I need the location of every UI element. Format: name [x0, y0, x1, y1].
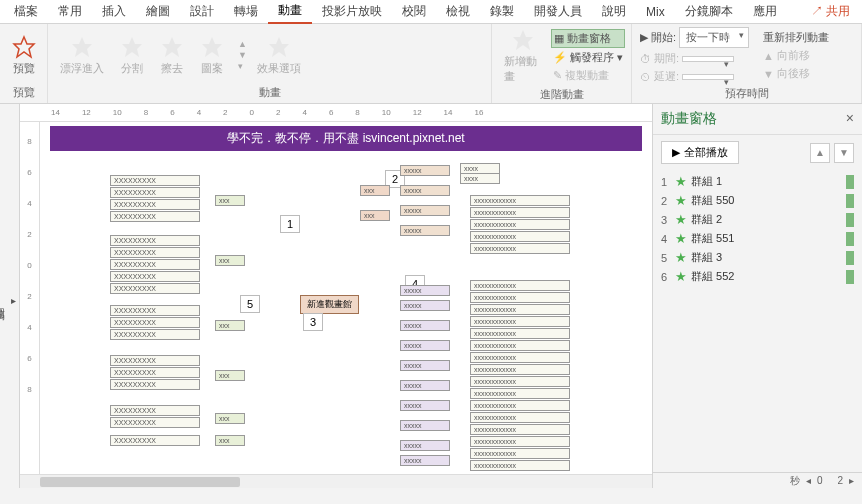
- group-preview-label: 預覽: [6, 84, 41, 101]
- delay-input[interactable]: [682, 74, 734, 80]
- anim-bar: [846, 270, 854, 284]
- tab-mix[interactable]: Mix: [636, 2, 675, 22]
- star-icon: [120, 35, 144, 59]
- tab-draw[interactable]: 繪圖: [136, 0, 180, 23]
- svg-marker-6: [513, 30, 533, 50]
- anim-bar: [846, 232, 854, 246]
- delay-row: ⏲ 延遲:: [638, 68, 751, 85]
- ruler-horizontal: 14121086420246810121416: [20, 104, 652, 122]
- animation-list: 1★群組 1 2★群組 550 3★群組 2 4★群組 551 5★群組 3 6…: [653, 170, 862, 472]
- star-icon: [70, 35, 94, 59]
- anim-wipe[interactable]: 擦去: [154, 33, 190, 78]
- group-advanced-label: 進階動畫: [498, 86, 625, 103]
- anim-item[interactable]: 6★群組 552: [657, 267, 858, 286]
- preview-button[interactable]: 預覽: [6, 33, 42, 78]
- svg-marker-3: [162, 37, 182, 57]
- animation-pane: 動畫窗格 × ▶ 全部播放 ▲ ▼ 1★群組 1 2★群組 550 3★群組 2…: [652, 104, 862, 488]
- tab-developer[interactable]: 開發人員: [524, 0, 592, 23]
- callout-3[interactable]: 3: [303, 313, 323, 331]
- share-button[interactable]: ↗ 共用: [803, 0, 858, 23]
- duration-input[interactable]: [682, 56, 734, 62]
- anim-item[interactable]: 2★群組 550: [657, 191, 858, 210]
- play-all-button[interactable]: ▶ 全部播放: [661, 141, 739, 164]
- star-icon: [160, 35, 184, 59]
- tab-review[interactable]: 校閱: [392, 0, 436, 23]
- tab-view[interactable]: 檢視: [436, 0, 480, 23]
- tab-slideshow[interactable]: 投影片放映: [312, 0, 392, 23]
- tab-help[interactable]: 說明: [592, 0, 636, 23]
- anim-bar: [846, 175, 854, 189]
- start-row: ▶ 開始: 按一下時: [638, 26, 751, 49]
- anim-split[interactable]: 分割: [114, 33, 150, 78]
- star-icon: ★: [675, 193, 687, 208]
- svg-marker-1: [72, 37, 92, 57]
- anim-bar: [846, 251, 854, 265]
- horizontal-scrollbar[interactable]: [20, 474, 652, 488]
- star-plus-icon: [511, 28, 535, 52]
- move-down-button[interactable]: ▼: [834, 143, 854, 163]
- group-timing-label: 預存時間: [638, 85, 855, 102]
- ribbon: 預覽 預覽 漂浮進入 分割 擦去 圖案 ▲▼▾ 效果選項 動畫 新增動畫 ▦ 動…: [0, 24, 862, 104]
- duration-row: ⏱ 期間:: [638, 50, 751, 67]
- star-icon: ★: [675, 269, 687, 284]
- anim-statusbar: 秒 ◂ 0 2 ▸: [653, 472, 862, 488]
- anim-item[interactable]: 5★群組 3: [657, 248, 858, 267]
- copy-anim-button[interactable]: ✎ 複製動畫: [551, 67, 625, 84]
- tab-home[interactable]: 常用: [48, 0, 92, 23]
- slide-canvas[interactable]: 學不完．教不停．用不盡 isvincent.pixnet.net 新進觀畫館 1…: [40, 122, 652, 474]
- svg-marker-2: [122, 37, 142, 57]
- outline-tab[interactable]: ▸圖稿: [0, 104, 20, 488]
- star-icon: [267, 35, 291, 59]
- svg-marker-0: [14, 37, 34, 57]
- tab-animations[interactable]: 動畫: [268, 0, 312, 24]
- anim-item[interactable]: 3★群組 2: [657, 210, 858, 229]
- star-icon: ★: [675, 174, 687, 189]
- canvas-area: 14121086420246810121416 864202468 學不完．教不…: [20, 104, 652, 488]
- star-icon: ★: [675, 250, 687, 265]
- tab-file[interactable]: 檔案: [4, 0, 48, 23]
- group-anim-label: 動畫: [54, 84, 485, 101]
- anim-float-in[interactable]: 漂浮進入: [54, 33, 110, 78]
- svg-marker-4: [202, 37, 222, 57]
- animation-pane-toggle[interactable]: ▦ 動畫窗格: [551, 29, 625, 48]
- start-dropdown[interactable]: 按一下時: [679, 27, 749, 48]
- move-forward[interactable]: ▲ 向前移: [761, 47, 831, 64]
- star-icon: ★: [675, 231, 687, 246]
- reorder-label: 重新排列動畫: [761, 29, 831, 46]
- tab-insert[interactable]: 插入: [92, 0, 136, 23]
- callout-1[interactable]: 1: [280, 215, 300, 233]
- anim-shape[interactable]: 圖案: [194, 33, 230, 78]
- svg-marker-5: [269, 37, 289, 57]
- tab-design[interactable]: 設計: [180, 0, 224, 23]
- anim-bar: [846, 194, 854, 208]
- ruler-vertical: 864202468: [20, 122, 40, 474]
- anim-item[interactable]: 4★群組 551: [657, 229, 858, 248]
- tab-storyboard[interactable]: 分鏡腳本: [675, 0, 743, 23]
- move-up-button[interactable]: ▲: [810, 143, 830, 163]
- add-animation[interactable]: 新增動畫: [498, 26, 547, 86]
- callout-5[interactable]: 5: [240, 295, 260, 313]
- effect-options[interactable]: 效果選項: [251, 33, 307, 78]
- slide-title[interactable]: 學不完．教不停．用不盡 isvincent.pixnet.net: [50, 126, 642, 151]
- move-backward[interactable]: ▼ 向後移: [761, 65, 831, 82]
- tab-record[interactable]: 錄製: [480, 0, 524, 23]
- mindmap-diagram[interactable]: 新進觀畫館 1 2 3 4 5 XXXXXXXXX XXXXXXXXX XXXX…: [50, 155, 642, 474]
- tab-apps[interactable]: 應用: [743, 0, 787, 23]
- star-icon: ★: [675, 212, 687, 227]
- anim-bar: [846, 213, 854, 227]
- tab-transitions[interactable]: 轉場: [224, 0, 268, 23]
- main-area: ▸圖稿 14121086420246810121416 864202468 學不…: [0, 104, 862, 488]
- anim-item[interactable]: 1★群組 1: [657, 172, 858, 191]
- center-node[interactable]: 新進觀畫館: [300, 295, 359, 314]
- anim-pane-title: 動畫窗格: [661, 110, 717, 128]
- ribbon-tabs: 檔案 常用 插入 繪圖 設計 轉場 動畫 投影片放映 校閱 檢視 錄製 開發人員…: [0, 0, 862, 24]
- star-icon: [12, 35, 36, 59]
- close-icon[interactable]: ×: [846, 110, 854, 128]
- star-icon: [200, 35, 224, 59]
- trigger-button[interactable]: ⚡ 觸發程序 ▾: [551, 49, 625, 66]
